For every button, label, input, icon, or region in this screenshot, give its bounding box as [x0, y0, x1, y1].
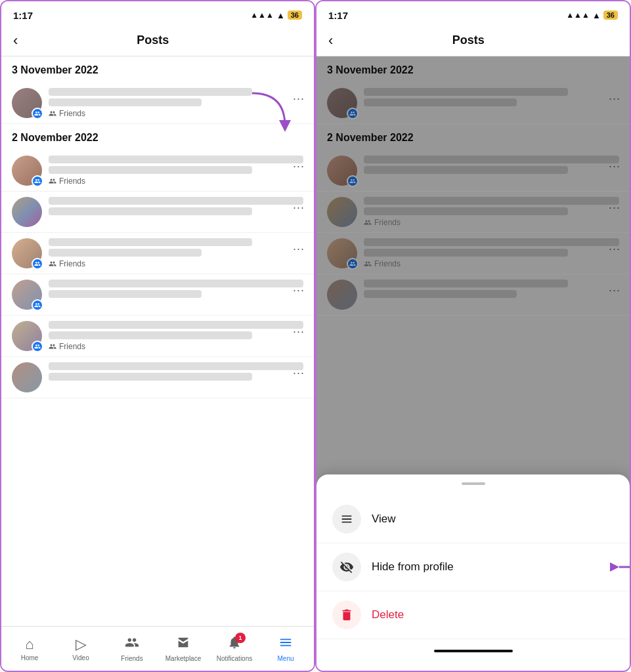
signal-icon-left: ▲▲▲	[250, 10, 274, 20]
wifi-icon-right: ▲	[592, 10, 601, 20]
marketplace-label: Marketplace	[165, 655, 201, 662]
nav-bar-left: ‹ Posts	[1, 25, 314, 56]
friends-label-4: Friends	[49, 259, 303, 268]
post-text-7b	[49, 373, 252, 381]
avatar-3	[12, 197, 42, 227]
avatar-4	[12, 238, 42, 268]
post-content-5	[49, 280, 303, 301]
time-left: 1:17	[13, 10, 33, 21]
hide-icon	[332, 553, 361, 581]
date-section-0: 3 November 2022	[1, 56, 314, 83]
menu-icon	[278, 635, 293, 654]
post-text-4a	[49, 238, 252, 246]
post-text-5b	[49, 290, 202, 298]
three-dots-7[interactable]: ···	[293, 366, 305, 380]
nav-item-friends[interactable]: Friends	[106, 633, 158, 665]
sheet-handle	[462, 482, 485, 485]
post-content-2: Friends	[49, 156, 303, 186]
post-text-3a	[49, 197, 303, 205]
status-icons-right: ▲▲▲ ▲ 36	[566, 10, 618, 20]
video-label: Video	[72, 654, 89, 662]
friend-badge-6	[32, 341, 43, 352]
post-content-4: Friends	[49, 238, 303, 268]
friends-text-2: Friends	[59, 177, 85, 186]
nav-item-notifications[interactable]: 1 Notifications	[209, 633, 260, 665]
hide-label: Hide from profile	[372, 560, 454, 574]
content-area-right: 3 November 2022 ··· 2 November 2022	[316, 56, 630, 671]
three-dots-4[interactable]: ···	[293, 242, 305, 256]
post-text-4b	[49, 249, 202, 257]
battery-left: 36	[288, 10, 302, 20]
sheet-item-delete[interactable]: Delete	[316, 591, 630, 639]
status-bar-right: 1:17 ▲▲▲ ▲ 36	[316, 1, 630, 25]
post-text-1a	[49, 88, 252, 96]
friends-text-4: Friends	[59, 259, 85, 268]
three-dots-3[interactable]: ···	[293, 201, 305, 215]
hide-arrow	[610, 554, 630, 580]
friends-label-6: Friends	[49, 342, 303, 351]
notifications-label: Notifications	[217, 655, 252, 662]
friend-badge-1	[32, 108, 43, 119]
view-icon	[332, 505, 361, 534]
home-icon: ⌂	[25, 636, 33, 653]
date-label-0: 3 November 2022	[12, 64, 303, 76]
avatar-5	[12, 280, 42, 310]
home-indicator	[434, 650, 513, 652]
arrow-indicator-left	[246, 87, 298, 142]
avatar-1	[12, 88, 42, 118]
status-bar-left: 1:17 ▲▲▲ ▲ 36	[1, 1, 314, 25]
marketplace-icon	[176, 635, 190, 654]
bottom-nav-left: ⌂ Home ▷ Video Friends Marketplace 1	[1, 626, 314, 671]
post-item-6: Friends ···	[1, 316, 314, 357]
back-button-left[interactable]: ‹	[13, 32, 18, 49]
post-item-5: ···	[1, 274, 314, 316]
video-icon: ▷	[76, 636, 87, 653]
delete-label: Delete	[372, 608, 404, 621]
nav-item-home[interactable]: ⌂ Home	[4, 633, 55, 664]
right-panel: 1:17 ▲▲▲ ▲ 36 ‹ Posts 3 November 2022	[315, 0, 631, 672]
battery-right: 36	[603, 10, 618, 20]
sheet-item-view[interactable]: View	[316, 495, 630, 543]
nav-item-video[interactable]: ▷ Video	[55, 633, 106, 664]
page-title-right: Posts	[341, 33, 596, 47]
notif-wrapper: 1	[227, 635, 242, 654]
page-title-left: Posts	[26, 33, 280, 47]
bottom-sheet: View Hide from profile	[316, 474, 630, 671]
post-text-2a	[49, 156, 303, 163]
post-item-4: Friends ···	[1, 233, 314, 274]
time-right: 1:17	[328, 10, 348, 21]
friends-icon	[125, 635, 139, 654]
post-content-7	[49, 362, 303, 383]
friend-badge-4	[32, 258, 43, 270]
avatar-7	[12, 362, 42, 392]
menu-label: Menu	[277, 655, 294, 662]
three-dots-5[interactable]: ···	[293, 284, 305, 297]
wifi-icon-left: ▲	[276, 10, 285, 20]
post-text-6a	[49, 321, 303, 329]
nav-item-marketplace[interactable]: Marketplace	[158, 633, 209, 665]
avatar-6	[12, 321, 42, 351]
friends-text-1: Friends	[59, 109, 85, 118]
post-text-3b	[49, 207, 252, 215]
post-item-3: ···	[1, 192, 314, 233]
post-item-2: Friends ···	[1, 150, 314, 192]
notif-badge: 1	[235, 633, 246, 643]
back-button-right[interactable]: ‹	[328, 32, 333, 49]
sheet-item-hide[interactable]: Hide from profile	[316, 543, 630, 591]
view-label: View	[372, 513, 396, 526]
nav-bar-right: ‹ Posts	[316, 25, 630, 56]
nav-item-menu[interactable]: Menu	[260, 633, 311, 665]
friends-label-2: Friends	[49, 177, 303, 186]
three-dots-6[interactable]: ···	[293, 325, 305, 339]
post-text-1b	[49, 98, 202, 106]
friends-text-6: Friends	[59, 342, 85, 351]
post-text-5a	[49, 280, 303, 287]
three-dots-2[interactable]: ···	[293, 159, 305, 173]
friend-badge-2	[32, 175, 43, 187]
status-icons-left: ▲▲▲ ▲ 36	[250, 10, 302, 20]
post-content-6: Friends	[49, 321, 303, 351]
post-item-7: ···	[1, 357, 314, 398]
signal-icon-right: ▲▲▲	[566, 10, 590, 20]
post-text-2b	[49, 166, 252, 174]
delete-icon	[332, 600, 361, 629]
